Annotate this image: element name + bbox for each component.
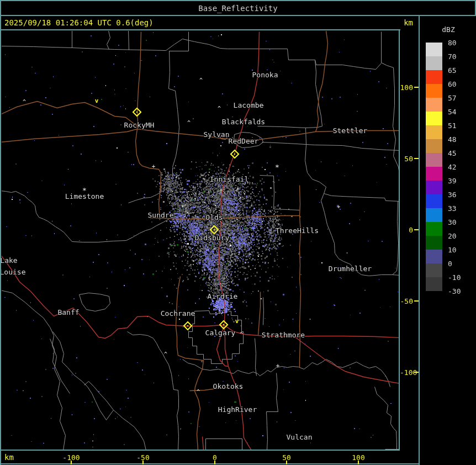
frame-scale-left [419, 15, 420, 465]
dbz-scale-tick-label: 70 [448, 52, 457, 61]
right-axis-tick-label: -50 [400, 297, 413, 305]
city-label: Didsbury [195, 234, 230, 242]
city-label: Lacombe [234, 101, 264, 109]
map-marker-plus-icon: + [152, 163, 156, 170]
city-label: Okotoks [213, 382, 244, 390]
dbz-scale-tick-label: 39 [448, 177, 457, 185]
city-label: Vulcan [287, 433, 313, 441]
dbz-scale-tick-label: 65 [448, 66, 457, 75]
dbz-scale-band [426, 250, 442, 263]
right-axis-tick-label: 50 [400, 155, 413, 163]
dbz-scale-band [426, 84, 442, 98]
map-marker-v-icon: v [235, 318, 239, 324]
city-label: Calgary [205, 329, 236, 337]
dbz-scale-tick-label: 54 [448, 108, 457, 116]
dbz-scale-tick-label: 20 [448, 232, 457, 240]
dbz-scale-band [426, 167, 442, 181]
right-axis-tick-label: -100 [400, 368, 413, 377]
bottom-axis-tick [71, 461, 72, 464]
dbz-scale-band [426, 153, 442, 167]
right-axis-tick [414, 87, 419, 88]
map-marker-caret-icon: ^ [219, 189, 223, 195]
dbz-scale-tick-label: 57 [448, 94, 457, 102]
city-label: Sundre [148, 211, 174, 219]
city-label: ThreeHills [276, 226, 319, 235]
right-axis-tick [414, 229, 419, 230]
city-label: Louise [0, 268, 25, 276]
frame-left [0, 0, 1, 465]
dbz-scale-title: dBZ [435, 25, 462, 34]
city-label: Drumheller [329, 265, 372, 273]
dbz-scale-band [426, 125, 442, 139]
dbz-scale-band [426, 194, 442, 208]
city-label: Innisfail [210, 175, 248, 183]
map-marker-caret-icon: ^ [240, 332, 243, 337]
dbz-scale-band [426, 43, 442, 56]
bottom-axis-tick [142, 461, 144, 464]
city-label: Lake [0, 256, 17, 265]
map-marker-caret-icon: ^ [199, 78, 203, 83]
dbz-scale-band [426, 181, 442, 194]
dbz-scale-tick-label: 80 [448, 39, 457, 47]
right-axis-tick-label: 100 [400, 83, 413, 92]
scan-timestamp: 2025/09/18 01:26:04 UTC 0.6(deg) [4, 18, 154, 27]
frame-map-right [399, 29, 400, 450]
dbz-scale-band [426, 222, 442, 236]
bottom-axis-tick [286, 461, 287, 464]
city-label: Airdrie [208, 292, 238, 300]
city-label: RedDeer [229, 137, 259, 145]
dbz-scale-tick-label: 10 [448, 246, 457, 254]
dbz-scale-tick-label: 30 [448, 218, 457, 226]
bottom-axis-unit-label: km [4, 453, 14, 462]
radar-app-window: Base_Reflectivity 2025/09/18 01:26:04 UT… [0, 0, 476, 465]
dbz-scale-tick-label: 42 [448, 163, 457, 171]
map-marker-asterisk-icon: * [82, 187, 87, 194]
page-title: Base_Reflectivity [0, 4, 476, 13]
frame-map-top [0, 29, 400, 30]
dbz-scale-tick-label: 60 [448, 80, 457, 88]
map-marker-plus-icon: + [276, 363, 280, 369]
city-label: Ponoka [252, 71, 278, 79]
dbz-scale-band [426, 56, 442, 70]
dbz-scale-tick-label: 51 [448, 121, 457, 130]
dbz-scale-band [426, 139, 442, 153]
city-label: Strathmore [262, 331, 305, 339]
city-label: Blackfalds [222, 118, 265, 126]
dbz-scale-tick-label: 0 [448, 260, 452, 268]
right-axis-tick-label: 0 [400, 226, 413, 234]
dbz-scale-tick-label: 48 [448, 135, 457, 144]
right-axis-unit-label: km [401, 18, 413, 27]
map-marker-caret-icon: ^ [23, 99, 26, 105]
dbz-scale-tick-label: 36 [448, 191, 457, 199]
dbz-scale-band [426, 263, 442, 277]
dbz-scale-band [426, 277, 442, 291]
city-label: Sylvan [204, 130, 230, 139]
frame-bottom [0, 463, 419, 464]
right-axis-tick [414, 300, 419, 302]
dbz-scale-band [426, 70, 442, 84]
dbz-scale-tick-label: 45 [448, 149, 457, 157]
map-marker-caret-icon: ^ [164, 352, 167, 357]
right-axis-tick [414, 372, 419, 373]
dbz-scale-tick-label: -30 [448, 287, 461, 295]
city-label: HighRiver [218, 405, 257, 414]
city-label: Banff [57, 308, 79, 316]
city-label: RockyMH [124, 121, 155, 129]
map-marker-plus-icon: + [337, 204, 341, 210]
city-label: Cochrane [161, 309, 195, 318]
dbz-scale-tick-label: -10 [448, 273, 461, 282]
map-marker-v-icon: v [95, 98, 99, 104]
right-axis-tick [414, 158, 419, 159]
map-marker-asterisk-icon: * [275, 163, 279, 171]
dbz-scale-band [426, 208, 442, 222]
city-label: Stettler [333, 126, 368, 135]
map-marker-caret-icon: ^ [218, 106, 221, 112]
map-marker-caret-icon: ^ [187, 120, 191, 126]
dbz-scale-band [426, 236, 442, 250]
dbz-scale-tick-label: 33 [448, 204, 457, 213]
frame-map-bottom [0, 450, 400, 451]
dbz-scale-band [426, 112, 442, 125]
map-marker-caret-icon: ^ [197, 389, 200, 395]
map-marker-caret-icon: ^ [213, 248, 216, 253]
bottom-axis-tick [214, 461, 215, 464]
